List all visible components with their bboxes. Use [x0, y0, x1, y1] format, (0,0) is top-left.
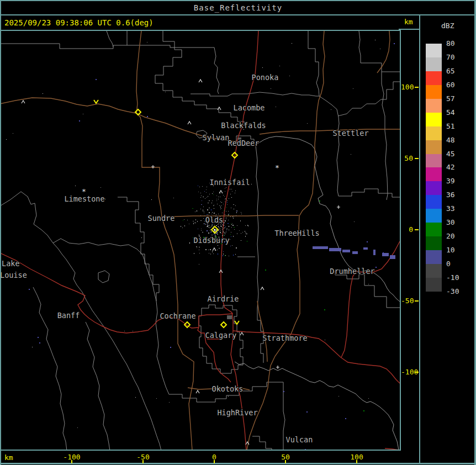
city-label: Blackfalds — [221, 121, 266, 130]
colorbar-panel: dBZ 807065605754514845423936333020100-10… — [420, 15, 475, 463]
colorbar-tick-label: 48 — [446, 136, 455, 144]
caret-marker-icon — [213, 248, 216, 251]
right-axis-label: 50 — [401, 154, 413, 162]
colorbar-swatch — [426, 126, 442, 140]
window-title: Base_Reflectivity — [0, 3, 476, 12]
colorbar-tick-label: 10 — [446, 246, 455, 254]
city-label: Limestone — [64, 194, 104, 203]
caret-marker-icon — [219, 191, 223, 193]
bottom-axis-tick — [356, 460, 357, 463]
colorbar-tick-label: 54 — [446, 108, 455, 117]
colorbar-swatch — [426, 167, 442, 181]
colorbar-swatch — [426, 154, 442, 168]
right-axis-label: 100 — [401, 83, 413, 91]
colorbar-tick-label: -10 — [446, 273, 459, 282]
colorbar-tick-label: 51 — [446, 122, 455, 130]
colorbar-tick-label: 39 — [446, 177, 455, 185]
colorbar-tick-label: 57 — [446, 94, 455, 103]
colorbar-swatch — [426, 113, 442, 126]
colorbar-swatch — [426, 195, 442, 209]
city-label: Cochrane — [160, 311, 195, 320]
colorbar-swatch — [426, 236, 442, 250]
city-label: Okotoks — [212, 384, 244, 393]
colorbar-swatch — [426, 85, 442, 99]
bottom-axis-unit: km — [4, 453, 13, 462]
city-label: Vulcan — [286, 435, 313, 444]
city-label: HighRiver — [217, 408, 257, 417]
city-label: RedDeer — [228, 139, 260, 147]
radar-map: **PonokaLacombeBlackfaldsSylvanRedDeerSt… — [1, 31, 400, 450]
chevron-marker-icon — [94, 100, 98, 103]
city-label: Banff — [57, 311, 80, 320]
plus-marker-icon — [151, 165, 155, 168]
right-axis-tick — [415, 158, 419, 159]
city-label: Lacombe — [234, 103, 265, 112]
right-axis-tick — [415, 87, 419, 88]
colorbar-swatch — [426, 71, 442, 85]
colorbar-swatch — [426, 44, 442, 57]
radar-map-frame: **PonokaLacombeBlackfaldsSylvanRedDeerSt… — [0, 30, 401, 451]
caret-marker-icon — [199, 80, 202, 82]
caret-marker-icon — [218, 107, 221, 110]
city-label: Sylvan — [203, 133, 230, 142]
caret-marker-icon — [261, 287, 264, 290]
colorbar-swatch — [426, 140, 442, 154]
window-title-bar: Base_Reflectivity — [0, 0, 476, 15]
caret-marker-icon — [240, 332, 244, 335]
colorbar-swatch — [426, 264, 442, 278]
city-label: ThreeHills — [274, 229, 319, 237]
right-axis-label: -50 — [401, 297, 413, 305]
caret-marker-icon — [22, 101, 25, 103]
right-axis-label: 0 — [401, 225, 413, 234]
colorbar-swatch — [426, 278, 442, 292]
city-label: Innisfail — [209, 178, 250, 187]
city-label: Ponoka — [252, 73, 279, 82]
colorbar-tick-label: -30 — [446, 287, 459, 295]
colorbar-tick-label: 33 — [446, 204, 455, 213]
colorbar-tick-label: 0 — [446, 260, 451, 268]
city-label: Stettler — [332, 129, 368, 138]
caret-marker-icon — [188, 121, 191, 124]
colorbar-tick-label: 30 — [446, 218, 455, 226]
colorbar-swatch — [426, 57, 442, 71]
city-label: Olds — [205, 215, 224, 224]
bottom-axis-tick — [142, 460, 144, 463]
right-axis-label: -100 — [401, 368, 413, 376]
asterisk-marker-icon: * — [275, 163, 279, 172]
city-label: Sundre — [148, 214, 175, 223]
colorbar-title: dBZ — [441, 22, 454, 30]
colorbar-tick-label: 65 — [446, 67, 455, 75]
caret-marker-icon — [196, 390, 199, 393]
scan-timestamp: 2025/09/23 09:38:06 UTC 0.6(deg) — [4, 18, 154, 27]
city-label: Airdrie — [208, 294, 239, 303]
colorbar-tick-label: 70 — [446, 53, 455, 61]
city-label: Drumheller — [330, 267, 374, 276]
colorbar-swatch — [426, 209, 442, 223]
bottom-axis-tick — [214, 460, 215, 463]
right-axis-tick — [415, 372, 419, 373]
city-labels-layer: PonokaLacombeBlackfaldsSylvanRedDeerStet… — [1, 73, 375, 444]
city-label: Didsbury — [193, 236, 229, 245]
plus-marker-icon — [276, 366, 279, 369]
colorbar-swatch — [426, 181, 442, 195]
colorbar-swatch — [426, 99, 442, 113]
markers-layer: ** — [22, 80, 340, 445]
city-label: Louise — [1, 271, 27, 279]
colorbar-tick-label: 20 — [446, 232, 455, 240]
city-label: Calgary — [205, 331, 237, 340]
radar-site-diamond-icon — [221, 322, 226, 327]
bottom-axis-tick — [71, 460, 72, 463]
frame-header-bottom-right — [399, 29, 420, 30]
right-axis-tick — [415, 229, 419, 230]
city-label: Lake — [2, 259, 20, 268]
colorbar-tick-label: 45 — [446, 150, 455, 158]
colorbar-tick-label: 42 — [446, 163, 455, 171]
radar-app-window: Base_Reflectivity 2025/09/23 09:38:06 UT… — [0, 0, 476, 465]
right-axis-unit: km — [404, 18, 413, 26]
city-label: Strathmore — [262, 334, 307, 342]
bottom-axis-tick — [285, 460, 286, 463]
colorbar-swatch — [426, 250, 442, 264]
colorbar-swatch — [426, 223, 442, 236]
colorbar-tick-label: 36 — [446, 191, 455, 199]
rivers-layer — [235, 136, 400, 450]
